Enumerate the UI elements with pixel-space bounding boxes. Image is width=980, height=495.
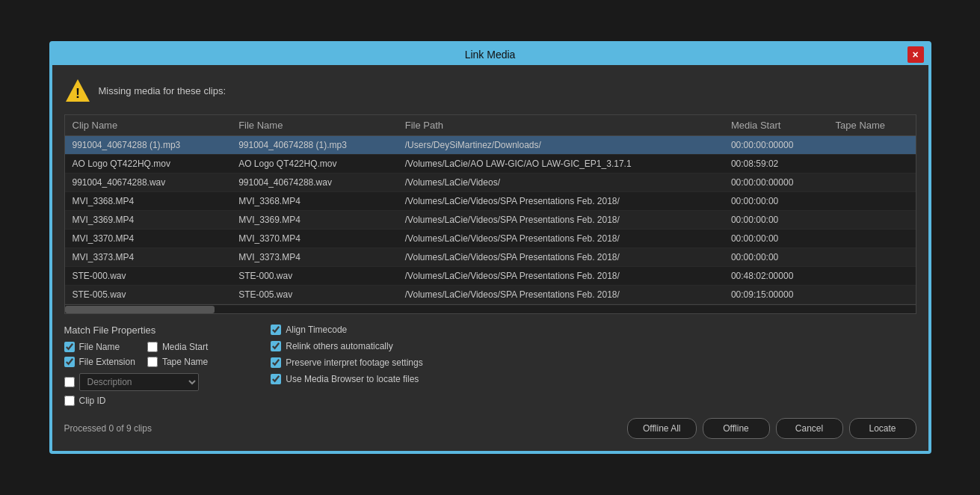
cell-clip-name: MVI_3368.MP4 [65,192,232,211]
cell-media-start: 00:48:02:00000 [724,267,828,286]
clip-id-checkbox-label[interactable]: Clip ID [64,396,219,406]
dialog-title: Link Media [465,49,516,61]
relink-others-checkbox-label[interactable]: Relink others automatically [271,341,916,351]
file-name-label: File Name [79,342,120,352]
table-row[interactable]: MVI_3368.MP4MVI_3368.MP4/Volumes/LaCie/V… [65,192,916,211]
media-start-checkbox[interactable] [147,342,158,352]
file-extension-checkbox-label[interactable]: File Extension [64,357,135,367]
cell-media-start: 00:00:00:00 [724,248,828,267]
media-start-label: Media Start [162,342,208,352]
warning-icon: ! [64,77,91,104]
cell-clip-name: AO Logo QT422HQ.mov [65,155,232,173]
right-options: Align TimecodeRelink others automaticall… [241,325,916,384]
table-row[interactable]: STE-000.wavSTE-000.wav/Volumes/LaCie/Vid… [65,267,916,286]
cell-file-name: STE-000.wav [231,267,398,286]
description-checkbox-label[interactable]: Description [64,373,199,391]
cell-tape-name [828,267,916,286]
cell-clip-name: MVI_3373.MP4 [65,248,232,267]
cell-file-path: /Volumes/LaCie/Videos/SPA Presentations … [398,248,724,267]
cell-file-path: /Volumes/LaCie/Videos/SPA Presentations … [398,267,724,286]
cell-clip-name: MVI_3370.MP4 [65,230,232,248]
warning-row: ! Missing media for these clips: [64,77,916,104]
offline-all-button[interactable]: Offline All [627,418,696,439]
cell-tape-name [828,286,916,304]
file-extension-label: File Extension [79,357,135,367]
offline-button[interactable]: Offline [703,418,770,439]
col-tape-name: Tape Name [828,115,916,136]
use-media-browser-checkbox[interactable] [271,374,281,384]
cell-tape-name [828,211,916,230]
col-media-start: Media Start [724,115,828,136]
cell-file-name: STE-005.wav [231,286,398,304]
table-row[interactable]: STE-005.wavSTE-005.wav/Volumes/LaCie/Vid… [65,286,916,304]
relink-others-label: Relink others automatically [286,341,392,351]
cell-file-path: /Volumes/LaCie/Videos/SPA Presentations … [398,286,724,304]
cell-file-name: MVI_3373.MP4 [231,248,398,267]
warning-message: Missing media for these clips: [99,85,226,96]
description-checkbox[interactable] [64,377,75,387]
buttons-group: Offline AllOfflineCancelLocate [627,418,916,439]
cell-file-name: 991004_40674288.wav [231,173,398,192]
cancel-button[interactable]: Cancel [776,418,843,439]
cell-file-path: /Volumes/LaCie/Videos/SPA Presentations … [398,211,724,230]
tape-name-checkbox[interactable] [147,357,158,367]
table-row[interactable]: MVI_3369.MP4MVI_3369.MP4/Volumes/LaCie/V… [65,211,916,230]
cell-media-start: 00:00:00:00000 [724,136,828,155]
cell-clip-name: STE-005.wav [65,286,232,304]
cell-tape-name [828,136,916,155]
cell-media-start: 00:00:00:00 [724,230,828,248]
cell-media-start: 00:09:15:00000 [724,286,828,304]
align-timecode-checkbox[interactable] [271,325,281,335]
col-clip-name: Clip Name [65,115,232,136]
preserve-interpret-checkbox[interactable] [271,357,281,368]
table-row[interactable]: 991004_40674288 (1).mp3991004_40674288 (… [65,136,916,155]
media-start-checkbox-label[interactable]: Media Start [147,342,218,352]
cell-file-path: /Volumes/LaCie/AO LAW-GIC/AO LAW-GIC_EP1… [398,155,724,173]
clips-table: Clip Name File Name File Path Media Star… [65,115,916,304]
clips-table-container: Clip Name File Name File Path Media Star… [64,114,916,314]
file-extension-checkbox[interactable] [64,357,75,367]
horizontal-scrollbar[interactable] [65,304,916,313]
description-row: Description [64,373,219,391]
title-bar: Link Media × [52,44,928,65]
close-button[interactable]: × [907,46,924,63]
tape-name-checkbox-label[interactable]: Tape Name [147,357,218,367]
clip-id-label: Clip ID [79,396,106,406]
cell-media-start: 00:00:00:00 [724,211,828,230]
cell-file-path: /Volumes/LaCie/Videos/SPA Presentations … [398,230,724,248]
dialog-content: ! Missing media for these clips: Clip Na… [52,65,928,451]
preserve-interpret-checkbox-label[interactable]: Preserve interpret footage settings [271,357,916,368]
clip-id-checkbox[interactable] [64,396,75,406]
use-media-browser-checkbox-label[interactable]: Use Media Browser to locate files [271,374,916,384]
cell-file-name: AO Logo QT422HQ.mov [231,155,398,173]
options-row: Match File Properties File NameMedia Sta… [64,325,916,406]
cell-file-path: /Users/DeySiMartinez/Downloads/ [398,136,724,155]
relink-others-checkbox[interactable] [271,341,281,351]
cell-file-path: /Volumes/LaCie/Videos/SPA Presentations … [398,192,724,211]
cell-clip-name: STE-000.wav [65,267,232,286]
use-media-browser-label: Use Media Browser to locate files [286,374,419,384]
cell-media-start: 00:00:00:00000 [724,173,828,192]
table-row[interactable]: MVI_3373.MP4MVI_3373.MP4/Volumes/LaCie/V… [65,248,916,267]
cell-tape-name [828,248,916,267]
table-row[interactable]: AO Logo QT422HQ.movAO Logo QT422HQ.mov/V… [65,155,916,173]
table-row[interactable]: 991004_40674288.wav991004_40674288.wav/V… [65,173,916,192]
scrollbar-thumb[interactable] [65,306,215,313]
cell-clip-name: 991004_40674288 (1).mp3 [65,136,232,155]
match-props-title: Match File Properties [64,325,219,336]
locate-button[interactable]: Locate [849,418,916,439]
link-media-dialog: Link Media × ! Missing media for these c… [49,41,931,454]
align-timecode-label: Align Timecode [286,325,347,335]
svg-text:!: ! [75,86,80,101]
table-row[interactable]: MVI_3370.MP4MVI_3370.MP4/Volumes/LaCie/V… [65,230,916,248]
cell-tape-name [828,173,916,192]
file-name-checkbox[interactable] [64,342,75,352]
description-select[interactable]: Description [79,373,199,391]
bottom-row: Processed 0 of 9 clips Offline AllOfflin… [64,418,916,439]
cell-file-name: MVI_3368.MP4 [231,192,398,211]
file-name-checkbox-label[interactable]: File Name [64,342,135,352]
tape-name-label: Tape Name [162,357,208,367]
align-timecode-checkbox-label[interactable]: Align Timecode [271,325,916,335]
cell-file-name: 991004_40674288 (1).mp3 [231,136,398,155]
cell-tape-name [828,192,916,211]
